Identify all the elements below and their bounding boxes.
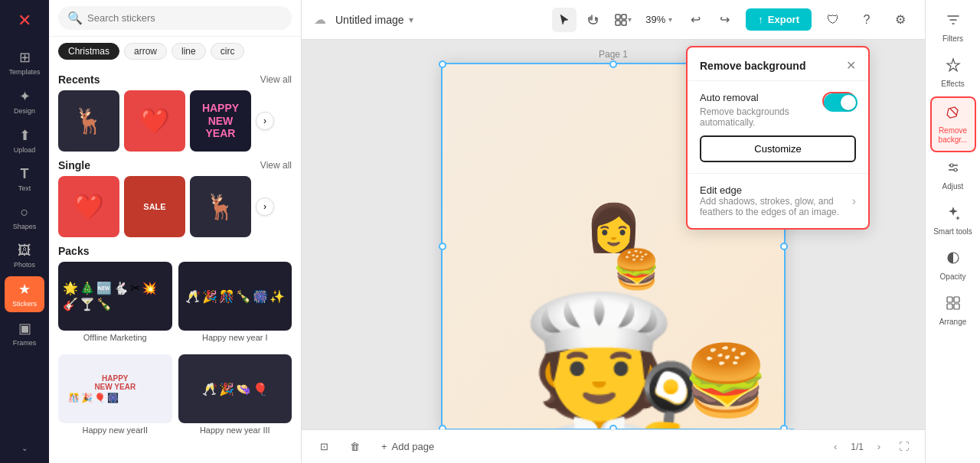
shapes-icon: ○ <box>21 204 29 220</box>
sidebar-item-templates[interactable]: ⊞ Templates <box>5 44 44 80</box>
stickers-content: Recents View all 🦌 ❤️ HAPPYNEWYEAR › Sin… <box>49 66 301 463</box>
redo-btn[interactable]: ↪ <box>712 8 737 32</box>
handle-bottom-right[interactable] <box>780 425 788 430</box>
svg-rect-3 <box>622 21 626 25</box>
customize-btn[interactable]: Customize <box>700 135 856 162</box>
tag-line[interactable]: line <box>172 43 206 60</box>
panel-close-btn[interactable]: ✕ <box>846 58 856 73</box>
opacity-label: Opacity <box>940 272 966 282</box>
canvas-area: ☁ Untitled image ▾ <box>302 0 925 463</box>
single-sticker-3[interactable]: 🦌 <box>190 176 251 237</box>
export-label: Export <box>768 14 799 25</box>
add-page-label: Add page <box>392 441 435 452</box>
chevron-right-icon: › <box>852 194 856 208</box>
svg-point-14 <box>950 164 953 167</box>
edit-edge-section: Edit edge Add shadows, strokes, glow, an… <box>688 174 868 228</box>
cursor-icon <box>557 13 571 27</box>
panel-header: Remove background ✕ <box>688 47 868 81</box>
select-tool-btn[interactable] <box>552 8 577 32</box>
sidebar-item-upload[interactable]: ⬆ Upload <box>5 122 44 158</box>
sidebar-frames-label: Frames <box>13 339 37 347</box>
topbar: ☁ Untitled image ▾ <box>302 0 925 40</box>
single-scroll-btn[interactable]: › <box>256 197 274 216</box>
right-panel-arrange[interactable]: Arrange <box>930 289 976 333</box>
undo-btn[interactable]: ↩ <box>683 8 707 32</box>
right-panel-remove-bg[interactable]: Remove backgr... <box>930 96 976 152</box>
single-view-all[interactable]: View all <box>260 160 292 171</box>
right-panel-smart-tools[interactable]: Smart tools <box>930 199 976 243</box>
tag-circ[interactable]: circ <box>211 43 245 60</box>
sidebar-item-shapes[interactable]: ○ Shapes <box>5 200 44 235</box>
packs-title: Packs <box>58 245 89 257</box>
sidebar-templates-label: Templates <box>8 68 40 76</box>
photos-icon: 🖼 <box>18 243 31 259</box>
recents-scroll-btn[interactable]: › <box>256 112 274 130</box>
upload-icon: ⬆ <box>19 127 31 144</box>
search-wrapper[interactable]: 🔍 <box>58 6 292 30</box>
handle-top-left[interactable] <box>439 60 446 68</box>
sidebar-item-frames[interactable]: ▣ Frames <box>5 315 44 351</box>
delete-btn[interactable]: 🗑 <box>344 438 366 455</box>
pack-hny2-label: Happy new yearII <box>58 426 172 435</box>
single-sticker-2[interactable]: SALE <box>124 176 185 237</box>
save-layout-btn[interactable]: ⊡ <box>314 438 335 455</box>
handle-bottom-left[interactable] <box>439 425 446 430</box>
single-grid: ❤️ SALE 🦌 › <box>58 176 292 237</box>
search-input[interactable] <box>87 12 283 24</box>
logo-icon: ✕ <box>18 11 31 31</box>
pack-happy-new-year-2[interactable]: HAPPYNEW YEAR 🎊🎉🎈🎆 Happy new yearII <box>58 354 172 441</box>
smart-tools-icon <box>946 205 961 224</box>
settings-btn[interactable]: ⚙ <box>888 8 913 32</box>
zoom-btn[interactable]: 39% ▾ <box>639 11 678 28</box>
redo-icon: ↪ <box>720 12 730 27</box>
help-btn[interactable]: ? <box>854 8 879 32</box>
tag-arrow[interactable]: arrow <box>124 43 167 60</box>
sidebar-item-text[interactable]: T Text <box>5 161 44 197</box>
recents-view-all[interactable]: View all <box>260 74 292 85</box>
sidebar: ✕ ⊞ Templates ✦ Design ⬆ Upload T Text ○… <box>0 0 49 463</box>
svg-rect-1 <box>622 15 626 19</box>
sidebar-item-more[interactable]: ⌄ <box>5 439 44 457</box>
svg-rect-19 <box>954 297 959 302</box>
single-title: Single <box>58 159 90 171</box>
shield-btn[interactable]: 🛡 <box>821 8 845 32</box>
sidebar-item-logo[interactable]: ✕ <box>5 6 44 35</box>
recent-sticker-1[interactable]: 🦌 <box>58 90 119 152</box>
right-panel-opacity[interactable]: Opacity <box>930 244 976 288</box>
pack-happy-new-year-3[interactable]: 🥂 🎉 👒 🎈 Happy new year III <box>178 354 292 441</box>
pack-happy-new-year-1[interactable]: 🥂 🎉 🎊 🍾 🎆 ✨ Happy new year I <box>178 262 292 348</box>
handle-mid-right[interactable] <box>780 243 788 250</box>
recent-sticker-2[interactable]: ❤️ <box>124 90 185 152</box>
pack-offline-marketing[interactable]: 🌟 🎄 🆕 🐇 ✂ 💥 🎸 🍸 🍾 Offline Marketing <box>58 262 172 348</box>
right-panel-adjust[interactable]: Adjust <box>930 154 976 197</box>
single-sticker-1[interactable]: ❤️ <box>58 176 119 237</box>
right-panel-effects[interactable]: Effects <box>930 51 976 95</box>
auto-removal-toggle[interactable] <box>822 92 856 110</box>
add-page-btn[interactable]: + Add page <box>375 438 440 455</box>
title-section[interactable]: Untitled image ▾ <box>335 14 413 26</box>
fullscreen-btn[interactable]: ⛶ <box>894 438 913 456</box>
sidebar-item-stickers[interactable]: ★ Stickers <box>5 276 44 312</box>
templates-icon: ⊞ <box>19 49 31 66</box>
next-page-btn[interactable]: › <box>870 438 888 456</box>
hand-tool-btn[interactable] <box>581 8 606 32</box>
plus-icon: + <box>381 441 387 452</box>
effects-icon <box>946 57 961 77</box>
tag-christmas[interactable]: Christmas <box>58 43 119 60</box>
handle-mid-top[interactable] <box>609 60 617 68</box>
search-bar-container: 🔍 <box>49 0 301 37</box>
canvas-title: Untitled image <box>335 14 404 26</box>
right-panel-filters[interactable]: Filters <box>930 6 976 50</box>
prev-page-btn[interactable]: ‹ <box>826 438 844 456</box>
handle-mid-left[interactable] <box>439 243 446 250</box>
adjust-label: Adjust <box>942 182 964 191</box>
arrange-label: Arrange <box>939 318 967 327</box>
layout-btn[interactable]: ▾ <box>610 8 635 32</box>
export-button[interactable]: ↑ Export <box>746 8 812 31</box>
cloud-icon: ☁ <box>314 12 326 27</box>
recent-sticker-3[interactable]: HAPPYNEWYEAR <box>190 90 251 152</box>
sidebar-item-photos[interactable]: 🖼 Photos <box>5 238 44 273</box>
sidebar-item-design[interactable]: ✦ Design <box>5 83 44 119</box>
handle-mid-bottom[interactable] <box>609 425 617 430</box>
chevron-down-icon: ▾ <box>628 15 632 24</box>
